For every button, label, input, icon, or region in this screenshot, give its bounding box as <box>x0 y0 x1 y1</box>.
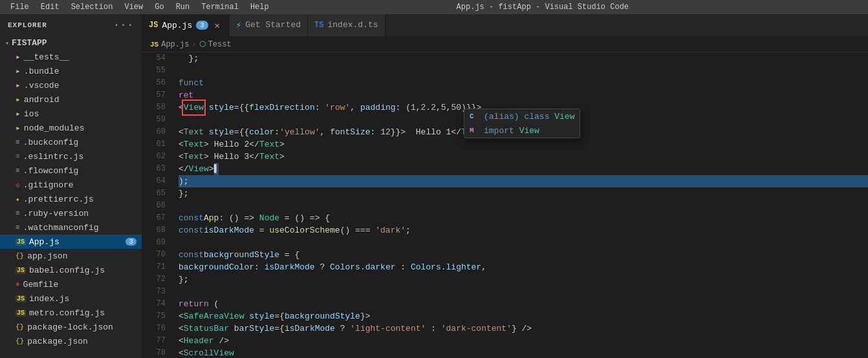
generic-icon: ≡ <box>16 138 20 146</box>
code-line-72: }; <box>179 273 868 286</box>
sidebar-item-.gitignore[interactable]: ◇.gitignore <box>0 178 142 192</box>
generic-icon: ≡ <box>16 209 20 217</box>
breadcrumb-separator: › <box>191 40 196 49</box>
sidebar-item-.buckconfig[interactable]: ≡.buckconfig <box>0 135 142 149</box>
line-number-67: 67 <box>147 212 166 224</box>
js-file-icon: JS <box>149 21 158 30</box>
tab-indexdts[interactable]: TS index.d.ts <box>308 14 385 36</box>
sidebar-item-label: package.json <box>27 337 88 346</box>
sidebar-item-ios[interactable]: ▸ ios <box>0 107 142 121</box>
line-number-58: 58 <box>147 101 166 114</box>
tab-appjs[interactable]: JS App.js 3 ✕ <box>142 14 230 36</box>
rb-icon: ♦ <box>16 280 20 288</box>
menu-view[interactable]: View <box>119 0 148 14</box>
js-icon: JS <box>16 295 26 302</box>
editor-area[interactable]: 5455565758596061626364656667686970717273… <box>142 52 868 358</box>
menu-go[interactable]: Go <box>149 0 169 14</box>
line-number-54: 54 <box>147 52 166 65</box>
code-line-55 <box>179 65 868 77</box>
menu-file[interactable]: File <box>5 0 34 14</box>
sidebar-root-folder[interactable]: FISTAPP <box>0 36 142 50</box>
code-line-54: }; <box>179 52 868 65</box>
root-folder-name: FISTAPP <box>12 38 47 48</box>
menu-help[interactable]: Help <box>245 0 274 14</box>
code-line-70: const backgroundStyle = { <box>179 249 868 261</box>
json-icon: {} <box>16 323 24 331</box>
sidebar-item-__tests__[interactable]: ▸ __tests__ <box>0 50 142 64</box>
menu-run[interactable]: Run <box>171 0 195 14</box>
code-line-63: </View>▌ <box>179 163 868 175</box>
sidebar-title: Explorer <box>8 21 47 29</box>
sidebar-item-label: index.js <box>29 294 69 304</box>
sidebar-item-android[interactable]: ▸ android <box>0 92 142 107</box>
sidebar-item-app.json[interactable]: {}app.json <box>0 249 142 263</box>
sidebar-item-.ruby-version[interactable]: ≡.ruby-version <box>0 206 142 220</box>
breadcrumb-function-icon: ⬡ <box>199 39 206 49</box>
sidebar-item-.watchmanconfig[interactable]: ≡.watchmanconfig <box>0 220 142 235</box>
code-line-74: return ( <box>179 298 868 310</box>
sidebar-item-label: .gitignore <box>23 180 74 190</box>
tab-appjs-close[interactable]: ✕ <box>212 20 222 31</box>
sidebar-item-package.json[interactable]: {}package.json <box>0 334 142 348</box>
breadcrumb-js-icon: JS <box>150 41 158 48</box>
line-number-64: 64 <box>147 175 166 187</box>
sidebar-item-.prettierrc.js[interactable]: ✦.prettierrc.js <box>0 192 142 206</box>
code-line-61: <Text> Hello 2</Text> <box>179 138 868 151</box>
sidebar-item-label: .bundle <box>24 67 60 76</box>
sidebar-item-index.js[interactable]: JSindex.js <box>0 291 142 306</box>
autocomplete-item-0[interactable]: C (alias) class View <box>464 109 580 123</box>
code-line-77: <Header /> <box>179 335 868 347</box>
ts-file-icon: TS <box>314 21 323 30</box>
sidebar-item-App.js[interactable]: JSApp.js3 <box>0 235 142 249</box>
json-icon: {} <box>16 337 24 345</box>
sidebar-item-.flowconfig[interactable]: ≡.flowconfig <box>0 163 142 178</box>
sidebar-item-.vscode[interactable]: ▸ .vscode <box>0 78 142 92</box>
code-line-76: <StatusBar barStyle={isDarkMode ? 'light… <box>179 322 868 335</box>
js-icon: JS <box>16 238 26 246</box>
breadcrumb: JS App.js › ⬡ Tesst <box>142 37 868 52</box>
autocomplete-item-1[interactable]: M import View <box>464 123 580 138</box>
sidebar-item-node_modules[interactable]: ▸ node_modules <box>0 121 142 135</box>
code-line-62: <Text> Hello 3</Text> <box>179 151 868 163</box>
code-line-71: backgroundColor: isDarkMode ? Colors.dar… <box>179 261 868 273</box>
sidebar-item-label: metro.config.js <box>29 308 105 318</box>
line-number-59: 59 <box>147 114 166 126</box>
sidebar-item-.bundle[interactable]: ▸ .bundle <box>0 64 142 78</box>
window-title: App.js - fistApp - Visual Studio Code <box>457 3 629 12</box>
line-number-70: 70 <box>147 249 166 261</box>
tab-get-started[interactable]: ⚡ Get Started <box>230 14 308 36</box>
line-number-60: 60 <box>147 126 166 138</box>
sidebar-item-label: ios <box>24 109 39 119</box>
line-number-78: 78 <box>147 347 166 358</box>
menu-terminal[interactable]: Terminal <box>196 0 244 14</box>
sidebar-options-button[interactable]: ··· <box>113 19 134 31</box>
tab-indexdts-label: index.d.ts <box>328 20 378 30</box>
sidebar-item-Gemfile[interactable]: ♦Gemfile <box>0 277 142 291</box>
code-lines[interactable]: }; funct ret <View style={{flexDirection… <box>173 52 868 358</box>
folder-icon: ▸ <box>16 123 21 133</box>
sidebar-item-babel.config.js[interactable]: JSbabel.config.js <box>0 263 142 277</box>
eslint-icon: ≡ <box>16 153 20 160</box>
vsc-icon: ⚡ <box>236 19 241 30</box>
sidebar-item-metro.config.js[interactable]: JSmetro.config.js <box>0 306 142 320</box>
sidebar-item-label: .buckconfig <box>23 138 79 147</box>
menu-selection[interactable]: Selection <box>66 0 118 14</box>
sidebar-item-.eslintrc.js[interactable]: ≡.eslintrc.js <box>0 149 142 163</box>
sidebar-item-label: .ruby-version <box>23 209 89 218</box>
breadcrumb-file: App.js <box>161 40 189 49</box>
folder-icon: ▸ <box>16 109 21 119</box>
tab-appjs-badge: 3 <box>196 21 208 30</box>
js-icon: JS <box>16 267 26 274</box>
menu-bar: File Edit Selection View Go Run Terminal… <box>0 0 868 14</box>
autocomplete-popup: C (alias) class View M import View <box>464 109 580 138</box>
line-number-57: 57 <box>147 89 166 101</box>
code-line-75: <SafeAreaView style={backgroundStyle}> <box>179 310 868 322</box>
generic-icon: ≡ <box>16 224 20 231</box>
line-number-56: 56 <box>147 77 166 89</box>
code-line-57: ret <box>179 89 868 101</box>
js-icon: JS <box>16 310 26 317</box>
prettier-icon: ✦ <box>16 195 20 204</box>
menu-edit[interactable]: Edit <box>36 0 65 14</box>
tab-appjs-label: App.js <box>162 21 192 30</box>
sidebar-item-package-lock.json[interactable]: {}package-lock.json <box>0 320 142 334</box>
